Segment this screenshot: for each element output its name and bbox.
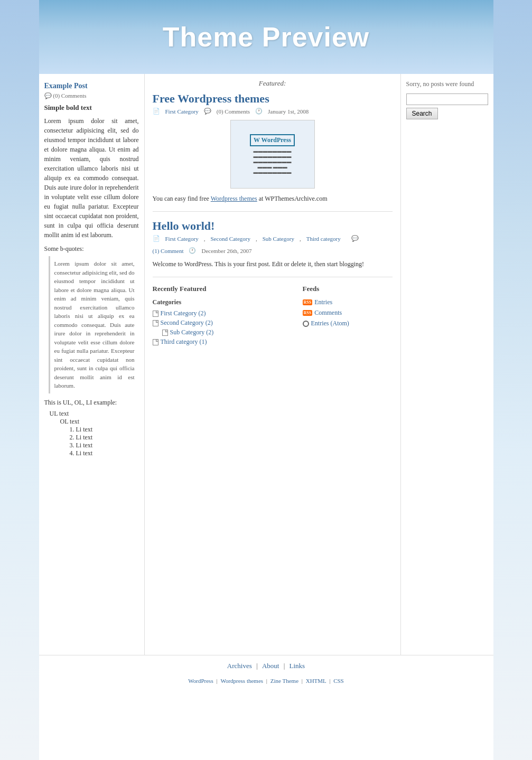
cat-link-2[interactable]: Second Category (2) bbox=[161, 319, 213, 327]
category-list: First Category (2) Second Category (2) S… bbox=[153, 309, 292, 346]
feed-link-2[interactable]: Comments bbox=[314, 309, 342, 317]
feeds-section: Feeds RSS Entries RSS Comments Entries bbox=[297, 285, 393, 348]
wp-screenshot: ▬▬▬▬▬▬▬▬▬▬▬▬▬▬▬▬▬▬▬▬▬▬▬▬▬▬▬ ▬▬▬▬▬▬▬▬▬▬▬ bbox=[254, 148, 292, 175]
li-list: Li text Li text Li text Li text bbox=[76, 426, 139, 457]
sidebar-post-meta: 💬 (0) Comments bbox=[44, 92, 139, 99]
post1-comments: (0) Comments bbox=[217, 108, 250, 115]
cat-doc-icon-3 bbox=[162, 330, 168, 336]
feed-link-1[interactable]: Entries bbox=[314, 298, 332, 306]
sidebar-body-text: Lorem ipsum dolor sit amet, consectetur … bbox=[44, 116, 139, 240]
feed-item-1: RSS Entries bbox=[303, 298, 393, 306]
footer-about-link[interactable]: About bbox=[262, 662, 279, 670]
blockquote: Lorem ipsum dolor sit amet, consectetur … bbox=[49, 256, 139, 393]
sidebar-bold-text: Simple bold text bbox=[44, 104, 139, 112]
post2-cat4[interactable]: Third category bbox=[306, 236, 341, 242]
feeds-title: Feeds bbox=[303, 285, 393, 293]
main-content: Featured: Free Wordpress themes 📄 First … bbox=[145, 74, 401, 655]
cat-doc-icon-1 bbox=[153, 311, 158, 317]
cat-link-4[interactable]: Third category (1) bbox=[161, 338, 207, 346]
footer-wp-themes-link[interactable]: Wordpress themes bbox=[220, 678, 263, 684]
ul-list: UL text OL text Li text Li text Li text … bbox=[50, 410, 139, 457]
post1-category-link[interactable]: First Category bbox=[165, 108, 199, 115]
post1-image: W WordPress ▬▬▬▬▬▬▬▬▬▬▬▬▬▬▬▬▬▬▬▬▬▬▬▬▬▬▬ … bbox=[230, 120, 315, 189]
post1-title: Free Wordpress themes bbox=[153, 92, 393, 106]
post2-title-link[interactable]: Hello world! bbox=[153, 219, 215, 232]
post1-comment-icon: 💬 bbox=[204, 108, 211, 115]
post-2: Hello world! 📄 First Category, Second Ca… bbox=[153, 219, 393, 269]
footer-xhtml-link[interactable]: XHTML bbox=[306, 678, 326, 684]
post1-body: You can easy find free Wordpress themes … bbox=[153, 194, 393, 204]
feed-list: RSS Entries RSS Comments Entries (Atom) bbox=[303, 298, 393, 327]
post1-clock-icon: 🕐 bbox=[255, 108, 263, 115]
post2-title: Hello world! bbox=[153, 219, 393, 233]
post2-cat2[interactable]: Second Category bbox=[211, 236, 250, 242]
main-layout: Example Post 💬 (0) Comments Simple bold … bbox=[39, 74, 493, 655]
post-divider-2 bbox=[153, 277, 393, 277]
cat-item-3: Sub Category (2) bbox=[162, 329, 292, 336]
recently-featured: Recently Featured Categories First Categ… bbox=[153, 285, 297, 348]
bottom-row: Recently Featured Categories First Categ… bbox=[153, 285, 393, 348]
post2-date: December 26th, 2007 bbox=[201, 248, 251, 254]
footer-archives-link[interactable]: Archives bbox=[227, 662, 252, 670]
cat-doc-icon-2 bbox=[153, 320, 158, 326]
cat-link-1[interactable]: First Category (2) bbox=[161, 309, 206, 317]
post1-body-text2: at WPThemesArchive.com bbox=[259, 195, 328, 202]
footer-sep-2: | bbox=[284, 662, 287, 670]
ul-ol-label: This is UL, OL, LI example: bbox=[44, 399, 139, 407]
post1-title-link[interactable]: Free Wordpress themes bbox=[153, 92, 269, 105]
list-item: Li text bbox=[76, 442, 139, 449]
feed-item-3: Entries (Atom) bbox=[303, 320, 393, 327]
footer-bottom: WordPress | Wordpress themes | Zine Them… bbox=[39, 673, 493, 692]
footer-nav: Archives | About | Links bbox=[39, 655, 493, 673]
feed-link-3[interactable]: Entries (Atom) bbox=[311, 320, 349, 327]
wp-logo: W WordPress bbox=[250, 134, 295, 146]
post1-date: January 1st, 2008 bbox=[268, 108, 309, 115]
sidebar-right: Sorry, no posts were found Search bbox=[401, 74, 493, 655]
wp-logo-area: W WordPress ▬▬▬▬▬▬▬▬▬▬▬▬▬▬▬▬▬▬▬▬▬▬▬▬▬▬▬ … bbox=[231, 120, 314, 188]
post2-comment-icon: 💬 bbox=[351, 235, 359, 242]
post2-clock-icon: 🕐 bbox=[189, 247, 196, 254]
rss-badge-1: RSS bbox=[303, 299, 313, 305]
bquote-label: Some b-quotes: bbox=[44, 245, 139, 253]
categories-title: Categories bbox=[153, 298, 292, 306]
search-button[interactable]: Search bbox=[406, 108, 438, 119]
list-item: Li text bbox=[76, 434, 139, 442]
comment-icon: 💬 bbox=[44, 92, 52, 99]
sidebar-comments-link[interactable]: (0) Comments bbox=[53, 92, 86, 99]
cat-link-3[interactable]: Sub Category (2) bbox=[170, 329, 214, 336]
post2-cat3[interactable]: Sub Category bbox=[263, 236, 294, 242]
post2-comments[interactable]: (1) Comment bbox=[153, 248, 184, 254]
post1-body-text1: You can easy find free bbox=[153, 195, 209, 202]
recently-featured-title: Recently Featured bbox=[153, 285, 292, 293]
page-wrapper: Theme Preview Example Post 💬 (0) Comment… bbox=[39, 0, 493, 760]
sidebar-left: Example Post 💬 (0) Comments Simple bold … bbox=[39, 74, 145, 655]
footer-css-link[interactable]: CSS bbox=[333, 678, 344, 684]
featured-label: Featured: bbox=[153, 79, 393, 88]
footer-sep-1: | bbox=[256, 662, 259, 670]
cat-doc-icon-4 bbox=[153, 339, 158, 345]
categories-section: Categories First Category (2) Second Cat… bbox=[153, 298, 292, 346]
search-input[interactable] bbox=[406, 93, 488, 105]
no-posts-text: Sorry, no posts were found bbox=[406, 80, 488, 88]
post2-cat-icon: 📄 bbox=[153, 235, 160, 242]
post-divider-1 bbox=[153, 211, 393, 212]
ol-item: OL text bbox=[60, 418, 139, 426]
cat-item-4: Third category (1) bbox=[153, 338, 292, 346]
sidebar-post-title[interactable]: Example Post bbox=[44, 82, 139, 90]
post2-info: 📄 First Category, Second Category, Sub C… bbox=[153, 235, 393, 254]
post1-themes-link[interactable]: Wordpress themes bbox=[211, 195, 257, 202]
list-item: Li text bbox=[76, 449, 139, 457]
post2-body: Welcome to WordPress. This is your first… bbox=[153, 259, 393, 269]
post2-cat1[interactable]: First Category bbox=[165, 236, 199, 242]
footer-zine-link[interactable]: Zine Theme bbox=[270, 678, 298, 684]
ol-list: OL text Li text Li text Li text Li text bbox=[60, 418, 139, 457]
site-title: Theme Preview bbox=[163, 21, 370, 53]
cat-item-1: First Category (2) bbox=[153, 309, 292, 317]
footer-links-link[interactable]: Links bbox=[290, 662, 305, 670]
post1-category-icon: 📄 bbox=[153, 108, 160, 115]
feed-item-2: RSS Comments bbox=[303, 309, 393, 317]
post1-info: 📄 First Category 💬 (0) Comments 🕐 Januar… bbox=[153, 108, 393, 115]
footer-wordpress-link[interactable]: WordPress bbox=[188, 678, 213, 684]
rss-badge-2: RSS bbox=[303, 310, 313, 316]
ul-item: UL text bbox=[50, 410, 139, 418]
